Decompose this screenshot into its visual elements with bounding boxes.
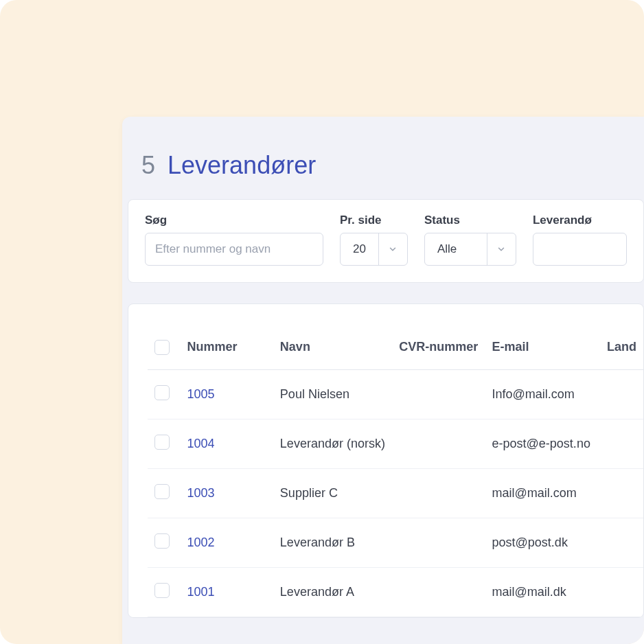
row-navn: Leverandør B	[273, 518, 392, 568]
search-label: Søg	[145, 214, 323, 227]
type-label: Leverandø	[533, 214, 627, 227]
header-cvr[interactable]: CVR-nummer	[392, 332, 485, 370]
row-email: mail@mail.com	[485, 469, 600, 518]
row-nummer-link[interactable]: 1003	[187, 486, 214, 500]
row-nummer-link[interactable]: 1002	[187, 536, 214, 549]
perpage-label: Pr. side	[340, 214, 408, 227]
row-cvr	[392, 469, 485, 518]
status-filter-group: Status Alle	[424, 214, 516, 266]
row-email: e-post@e-post.no	[485, 419, 600, 469]
row-email: Info@mail.com	[485, 370, 600, 419]
header-checkbox-cell	[148, 332, 180, 370]
row-land	[600, 370, 643, 419]
row-checkbox[interactable]	[154, 435, 170, 450]
row-cvr	[392, 370, 485, 419]
search-filter-group: Søg	[145, 214, 323, 266]
row-navn: Poul Nielsen	[273, 370, 392, 419]
row-land	[600, 419, 643, 469]
header-navn[interactable]: Navn	[273, 332, 392, 370]
row-checkbox[interactable]	[154, 385, 170, 400]
row-navn: Leverandør (norsk)	[273, 419, 392, 469]
select-all-checkbox[interactable]	[154, 340, 170, 355]
row-email: post@post.dk	[485, 518, 600, 568]
row-navn: Leverandør A	[273, 568, 392, 617]
type-filter-group: Leverandø	[533, 214, 627, 266]
suppliers-table: Nummer Navn CVR-nummer E-mail Land 1005 …	[148, 332, 643, 617]
row-land	[600, 469, 643, 518]
table-row: 1005 Poul Nielsen Info@mail.com	[148, 370, 643, 419]
row-nummer-link[interactable]: 1004	[187, 437, 214, 450]
row-cvr	[392, 518, 485, 568]
perpage-value: 20	[341, 233, 378, 265]
filter-bar: Søg Pr. side 20 Status Alle	[128, 199, 644, 283]
type-value	[533, 233, 575, 265]
chevron-down-icon	[487, 233, 516, 265]
row-land	[600, 518, 643, 568]
page-title: Leverandører	[168, 151, 316, 180]
page-count: 5	[141, 151, 155, 180]
row-nummer-link[interactable]: 1001	[187, 585, 214, 599]
table-card: Nummer Navn CVR-nummer E-mail Land 1005 …	[128, 303, 644, 618]
table-header-row: Nummer Navn CVR-nummer E-mail Land	[148, 332, 643, 370]
row-cvr	[392, 568, 485, 617]
search-input[interactable]	[145, 233, 323, 266]
table-row: 1004 Leverandør (norsk) e-post@e-post.no	[148, 419, 643, 469]
perpage-select[interactable]: 20	[340, 233, 408, 266]
page-header: 5 Leverandører	[122, 151, 644, 199]
row-checkbox[interactable]	[154, 533, 170, 549]
header-email[interactable]: E-mail	[485, 332, 600, 370]
table-row: 1001 Leverandør A mail@mail.dk	[148, 568, 643, 617]
row-checkbox[interactable]	[154, 484, 170, 499]
header-nummer[interactable]: Nummer	[180, 332, 273, 370]
status-label: Status	[424, 214, 516, 227]
row-checkbox[interactable]	[154, 583, 170, 598]
row-nummer-link[interactable]: 1005	[187, 387, 214, 401]
row-land	[600, 568, 643, 617]
type-select[interactable]	[533, 233, 627, 266]
row-cvr	[392, 419, 485, 469]
row-email: mail@mail.dk	[485, 568, 600, 617]
status-value: Alle	[425, 233, 487, 265]
row-navn: Supplier C	[273, 469, 392, 518]
status-select[interactable]: Alle	[424, 233, 516, 266]
app-panel: 5 Leverandører Søg Pr. side 20 Status	[122, 117, 644, 644]
chevron-down-icon	[378, 233, 407, 265]
table-row: 1003 Supplier C mail@mail.com	[148, 469, 643, 518]
perpage-filter-group: Pr. side 20	[340, 214, 408, 266]
header-land[interactable]: Land	[600, 332, 643, 370]
table-row: 1002 Leverandør B post@post.dk	[148, 518, 643, 568]
outer-frame: 5 Leverandører Søg Pr. side 20 Status	[0, 0, 644, 644]
